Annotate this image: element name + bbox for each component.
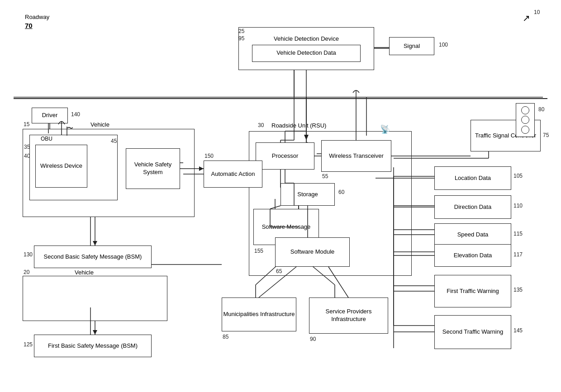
software-message-label: Software Message xyxy=(262,223,311,231)
traffic-light-red xyxy=(521,106,529,114)
ref-140: 140 xyxy=(71,111,80,118)
ref-95: 95 xyxy=(238,35,244,42)
ref-60: 60 xyxy=(338,189,344,195)
ref-145: 145 xyxy=(513,327,523,334)
wireless-transceiver-label: Wireless Transceiver xyxy=(329,152,384,160)
rsu-antenna-icon: 📡 xyxy=(380,124,390,134)
ref-80: 80 xyxy=(538,106,544,113)
storage-label: Storage xyxy=(297,191,318,198)
speed-data-box: Speed Data xyxy=(434,223,511,246)
service-providers-label: Service Providers Infrastructure xyxy=(309,308,388,323)
second-traffic-warning-label: Second Traffic Warning xyxy=(442,328,503,336)
ref-55: 55 xyxy=(322,173,328,179)
driver-label: Driver xyxy=(42,112,58,119)
diagram-container: 10 ↗ Roadway 70 Vehicle Detection Device… xyxy=(0,0,561,392)
vehicle-detection-device-box: Vehicle Detection Device Vehicle Detecti… xyxy=(238,27,374,70)
processor-label: Processor xyxy=(272,152,299,160)
ref-100: 100 xyxy=(439,42,448,48)
vehicle-bottom-outer-box xyxy=(23,276,167,321)
traffic-light-icon xyxy=(516,103,535,137)
first-traffic-warning-box: First Traffic Warning xyxy=(434,275,511,307)
processor-box: Processor xyxy=(256,142,314,170)
storage-box: Storage xyxy=(280,183,335,206)
svg-marker-71 xyxy=(199,166,204,171)
wireless-device-label: Wireless Device xyxy=(40,162,82,170)
location-data-label: Location Data xyxy=(455,175,491,182)
ref-65: 65 xyxy=(276,268,282,274)
ref-135: 135 xyxy=(513,287,523,293)
vehicle-detection-device-label: Vehicle Detection Device xyxy=(274,35,339,43)
vehicle-top-label: Vehicle xyxy=(90,121,109,128)
automatic-action-label: Automatic Action xyxy=(211,170,255,178)
second-traffic-warning-box: Second Traffic Warning xyxy=(434,315,511,349)
ref-40: 40 xyxy=(24,153,30,159)
elevation-data-box: Elevation Data xyxy=(434,244,511,267)
automatic-action-box: Automatic Action xyxy=(204,161,262,188)
municipalities-label: Municipalities Infrastructure xyxy=(223,311,295,318)
ref-115: 115 xyxy=(513,231,523,237)
ref-105: 105 xyxy=(513,173,523,179)
ref-10: 10 xyxy=(534,9,540,15)
driver-box: Driver xyxy=(32,108,68,123)
vehicle-safety-system-label: Vehicle Safety System xyxy=(126,161,180,176)
roadway-number: 70 xyxy=(25,22,33,29)
service-providers-box: Service Providers Infrastructure xyxy=(309,298,388,334)
second-bsm-label: Second Basic Safety Message (BSM) xyxy=(44,253,142,261)
software-module-box: Software Module xyxy=(275,237,350,267)
wireless-transceiver-box: Wireless Transceiver xyxy=(321,140,391,172)
first-bsm-label: First Basic Safety Message (BSM) xyxy=(48,342,138,350)
direction-data-label: Direction Data xyxy=(454,203,491,211)
ref-125: 125 xyxy=(24,341,33,348)
vehicle-bottom-label: Vehicle xyxy=(75,269,94,276)
vehicle-safety-system-box: Vehicle Safety System xyxy=(126,148,180,189)
wireless-antenna-icon: 〜 xyxy=(67,124,73,132)
ref-155: 155 xyxy=(254,248,263,254)
ref-150: 150 xyxy=(204,153,214,159)
traffic-light-green xyxy=(521,126,529,134)
rsu-label: Roadside Unit (RSU) xyxy=(271,122,326,129)
ref-45: 45 xyxy=(111,138,117,144)
direction-data-box: Direction Data xyxy=(434,195,511,219)
ref-30: 30 xyxy=(258,122,264,128)
ref-130: 130 xyxy=(24,251,33,258)
ref-85: 85 xyxy=(223,334,228,340)
ref-90: 90 xyxy=(310,336,316,342)
speed-data-label: Speed Data xyxy=(457,231,489,239)
traffic-light-yellow xyxy=(521,116,529,124)
ref-15: 15 xyxy=(24,121,29,128)
roadway-label: Roadway xyxy=(25,14,49,20)
svg-marker-73 xyxy=(93,330,97,335)
municipalities-box: Municipalities Infrastructure xyxy=(222,298,296,331)
obu-label: OBU xyxy=(41,136,52,142)
ref-117: 117 xyxy=(513,251,523,258)
elevation-data-label: Elevation Data xyxy=(454,252,492,260)
first-traffic-warning-label: First Traffic Warning xyxy=(447,288,499,295)
ref-25: 25 xyxy=(238,28,244,34)
wireless-device-box: Wireless Device xyxy=(35,145,87,188)
vehicle-detection-data-box: Vehicle Detection Data xyxy=(252,45,361,62)
signal-box: Signal xyxy=(389,37,434,55)
location-data-box: Location Data xyxy=(434,166,511,190)
svg-marker-72 xyxy=(93,241,97,246)
ref-110: 110 xyxy=(513,203,523,209)
ref-35: 35 xyxy=(24,144,30,150)
arrow-10: ↗ xyxy=(523,13,530,24)
ref-20: 20 xyxy=(24,269,29,275)
vehicle-detection-data-label: Vehicle Detection Data xyxy=(276,49,336,57)
software-module-label: Software Module xyxy=(290,248,335,256)
signal-label: Signal xyxy=(404,43,420,50)
second-bsm-box: Second Basic Safety Message (BSM) xyxy=(34,246,152,268)
first-bsm-box: First Basic Safety Message (BSM) xyxy=(34,335,152,357)
ref-75: 75 xyxy=(543,132,549,138)
